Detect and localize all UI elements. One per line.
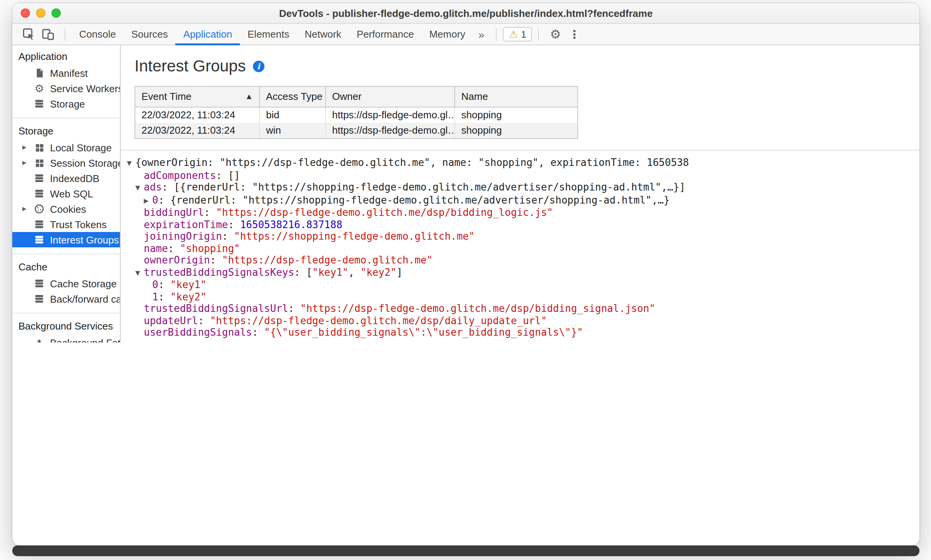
tree-segment-key: adComponents — [144, 169, 216, 181]
tree-segment-string: "https://dsp-fledge-demo.glitch.me/dsp/d… — [210, 315, 547, 326]
toolbar-separator — [65, 28, 65, 40]
tree-segment-string: "https://dsp-fledge-demo.glitch.me/dsp/b… — [216, 207, 553, 218]
tree-segment-plain: : — [168, 242, 180, 254]
tree-segment-string: "https://dsp-fledge-demo.glitch.me" — [222, 254, 433, 266]
table-cell: shopping — [455, 123, 577, 138]
tree-segment-plain: : — [210, 254, 222, 266]
tab-network[interactable]: Network — [297, 23, 349, 45]
sidebar-section-title: Background Services — [12, 318, 120, 335]
cookie-icon — [33, 203, 45, 215]
table-cell: win — [260, 123, 326, 138]
sidebar-item-session-storage[interactable]: ▶Session Storage — [12, 155, 120, 171]
collapse-arrow-icon[interactable]: ▼ — [127, 157, 135, 169]
tree-segment-string: "https://shopping-fledge-demo.glitch.me" — [234, 230, 475, 242]
sidebar-item-trust-tokens[interactable]: Trust Tokens — [12, 217, 120, 232]
tree-segment-string: "https://dsp-fledge-demo.glitch.me/dsp/b… — [300, 303, 655, 314]
tree-line: adComponents: [] — [121, 169, 919, 181]
tree-segment-key: 0 — [152, 279, 158, 290]
tree-line: ▼trustedBiddingSignalsKeys: ["key1", "ke… — [121, 266, 919, 279]
collapse-arrow-icon[interactable]: ▼ — [135, 182, 144, 194]
tree-segment-string: "key1" — [170, 279, 206, 290]
settings-gear-icon[interactable]: ⚙ — [545, 27, 566, 41]
tree-segment-number: 1650538216.837188 — [240, 219, 342, 230]
tab-application[interactable]: Application — [176, 23, 240, 45]
sidebar-item-background-fetch[interactable]: Background Fetch — [12, 335, 120, 343]
tree-line: ▶0: {renderUrl: "https://shopping-fledge… — [121, 194, 919, 207]
column-header-access-type[interactable]: Access Type — [260, 87, 326, 107]
sidebar-item-storage[interactable]: Storage — [12, 96, 120, 111]
collapse-arrow-icon[interactable]: ▼ — [135, 267, 144, 279]
sidebar-item-back-forward-cach[interactable]: Back/forward cach — [12, 291, 120, 307]
table-icon — [33, 157, 45, 169]
minimize-window-button[interactable] — [36, 8, 45, 18]
tab-strip: ConsoleSourcesApplicationElementsNetwork… — [71, 23, 473, 45]
sidebar-item-label: Trust Tokens — [50, 219, 106, 230]
fullscreen-window-button[interactable] — [52, 8, 61, 18]
tab-elements[interactable]: Elements — [240, 23, 297, 45]
sidebar-item-manifest[interactable]: Manifest — [12, 65, 120, 81]
devtools-body: ApplicationManifest⚙Service WorkersStora… — [12, 45, 919, 343]
titlebar[interactable]: DevTools - publisher-fledge-demo.glitch.… — [12, 3, 919, 24]
sidebar-item-label: IndexedDB — [50, 172, 100, 184]
sidebar-item-label: Storage — [50, 98, 85, 109]
expand-arrow-icon[interactable]: ▶ — [22, 160, 33, 166]
sidebar-item-indexeddb[interactable]: IndexedDB — [12, 171, 120, 186]
expand-arrow-icon[interactable]: ▶ — [22, 206, 33, 212]
tree-segment-string: "shopping" — [180, 242, 240, 254]
table-body: 22/03/2022, 11:03:24bidhttps://dsp-fledg… — [135, 108, 577, 138]
sidebar-item-cache-storage[interactable]: Cache Storage — [12, 276, 120, 291]
devtools-toolbar: ConsoleSourcesApplicationElementsNetwork… — [12, 24, 919, 45]
tree-segment-string: "{\"user_bidding_signals\":\"user_biddin… — [264, 326, 583, 338]
column-header-name[interactable]: Name — [455, 87, 577, 107]
tree-line: biddingUrl: "https://dsp-fledge-demo.gli… — [121, 207, 919, 219]
tab-performance[interactable]: Performance — [349, 23, 422, 45]
sidebar-item-service-workers[interactable]: ⚙Service Workers — [12, 81, 120, 96]
sidebar-item-local-storage[interactable]: ▶Local Storage — [12, 140, 120, 155]
table-cell: bid — [260, 108, 326, 123]
screen: DevTools - publisher-fledge-demo.glitch.… — [0, 0, 931, 560]
tree-segment-key: biddingUrl — [144, 207, 204, 218]
device-toolbar-icon[interactable] — [39, 26, 56, 43]
sidebar-item-cookies[interactable]: ▶Cookies — [12, 201, 120, 217]
info-icon[interactable]: i — [253, 60, 264, 72]
issues-warning-badge[interactable]: ⚠ 1 — [503, 27, 532, 41]
tree-segment-key: expirationTime — [144, 219, 228, 230]
more-tabs-button[interactable]: » — [473, 28, 490, 40]
database-icon — [33, 218, 45, 230]
table-row[interactable]: 22/03/2022, 11:03:24winhttps://dsp-fledg… — [135, 123, 577, 138]
tree-segment-plain: : — [198, 315, 210, 326]
table-cell: shopping — [455, 108, 577, 123]
table-row[interactable]: 22/03/2022, 11:03:24bidhttps://dsp-fledg… — [135, 108, 577, 123]
tree-segment-key: trustedBiddingSignalsKeys — [144, 266, 294, 278]
tree-segment-key: trustedBiddingSignalsUrl — [144, 303, 288, 314]
database-icon — [33, 234, 45, 246]
tree-segment-plain: : — [158, 279, 170, 290]
main-panel: Interest Groups i Event Time ▲ Access Ty… — [121, 45, 919, 343]
tree-segment-plain: : — [288, 303, 300, 314]
interest-groups-table: Event Time ▲ Access Type Owner Name 22/0… — [135, 86, 578, 139]
table-icon — [33, 141, 45, 154]
tree-segment-plain: : — [158, 291, 170, 302]
sidebar-item-label: Manifest — [50, 67, 88, 79]
more-options-icon[interactable]: ⋮ — [566, 27, 584, 41]
close-window-button[interactable] — [21, 8, 30, 18]
devtools-window: DevTools - publisher-fledge-demo.glitch.… — [12, 3, 919, 545]
sidebar-item-interest-groups[interactable]: Interest Groups — [12, 232, 120, 247]
toolbar-separator — [539, 28, 539, 40]
table-cell: 22/03/2022, 11:03:24 — [135, 123, 260, 138]
sidebar-section-title: Application — [12, 48, 120, 65]
sidebar: ApplicationManifest⚙Service WorkersStora… — [12, 45, 121, 343]
expand-arrow-icon[interactable]: ▶ — [22, 144, 33, 151]
column-header-event-time[interactable]: Event Time ▲ — [135, 87, 260, 107]
tab-console[interactable]: Console — [71, 23, 123, 45]
expand-arrow-icon[interactable]: ▶ — [144, 195, 152, 207]
column-header-owner[interactable]: Owner — [326, 87, 455, 107]
tree-segment-key: ownerOrigin — [144, 254, 210, 266]
inspect-element-icon[interactable] — [20, 26, 37, 43]
tree-segment-key: 1 — [152, 291, 158, 302]
tree-segment-plain: : [] — [216, 169, 240, 181]
tab-memory[interactable]: Memory — [422, 23, 473, 45]
sidebar-item-label: Local Storage — [50, 142, 111, 153]
tab-sources[interactable]: Sources — [123, 23, 175, 45]
sidebar-item-web-sql[interactable]: Web SQL — [12, 186, 120, 201]
